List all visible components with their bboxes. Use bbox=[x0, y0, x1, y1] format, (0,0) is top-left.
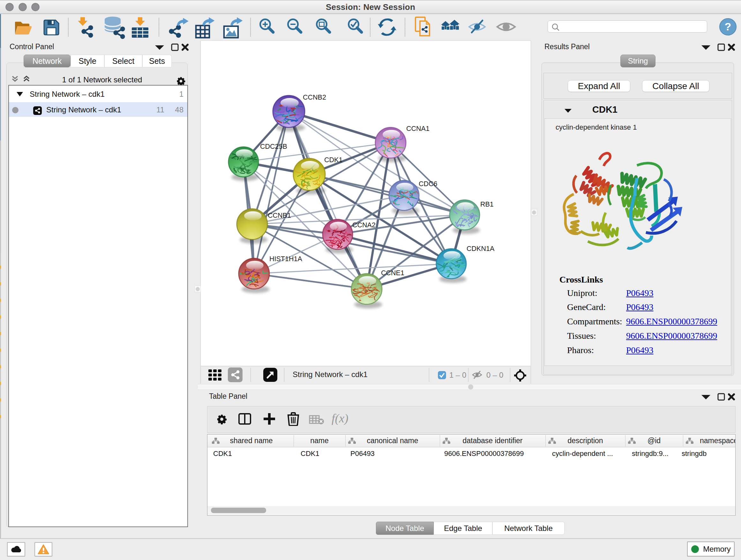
svg-text:CDK1: CDK1 bbox=[324, 156, 342, 164]
svg-text:CCNB2: CCNB2 bbox=[303, 94, 326, 101]
svg-text:?: ? bbox=[725, 20, 731, 33]
svg-text:HIST1H1A: HIST1H1A bbox=[269, 255, 302, 263]
svg-text:RB1: RB1 bbox=[480, 200, 494, 208]
svg-text:CDC6: CDC6 bbox=[419, 180, 437, 188]
svg-text:CDKN1A: CDKN1A bbox=[467, 245, 495, 253]
svg-text:CCNE1: CCNE1 bbox=[381, 269, 404, 277]
svg-text:CCNA2: CCNA2 bbox=[352, 221, 376, 229]
svg-text:CCNB1: CCNB1 bbox=[268, 212, 291, 219]
svg-text:CDC25B: CDC25B bbox=[260, 143, 287, 150]
svg-text:CCNA1: CCNA1 bbox=[406, 125, 429, 132]
